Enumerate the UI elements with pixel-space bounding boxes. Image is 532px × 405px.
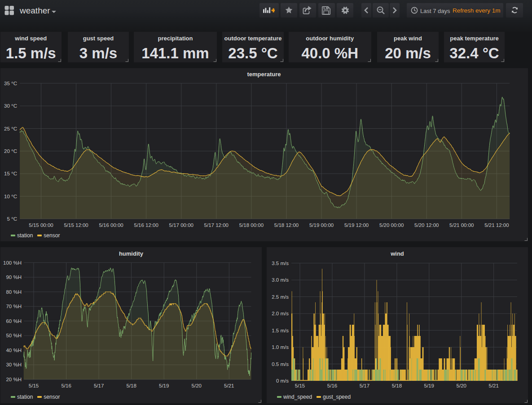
svg-text:5/19: 5/19 — [424, 383, 434, 388]
svg-text:20 °C: 20 °C — [4, 148, 17, 154]
svg-text:1.5 m/s: 1.5 m/s — [272, 328, 289, 333]
svg-text:25 °C: 25 °C — [4, 126, 17, 131]
svg-text:5/18 00:00: 5/18 00:00 — [239, 222, 264, 228]
svg-text:5/21: 5/21 — [489, 383, 499, 388]
svg-text:0 m/s: 0 m/s — [276, 378, 289, 383]
svg-text:5/17: 5/17 — [360, 383, 369, 388]
svg-text:5/16: 5/16 — [61, 383, 71, 388]
svg-text:0.5 m/s: 0.5 m/s — [272, 361, 289, 367]
svg-text:30 °C: 30 °C — [4, 103, 17, 109]
svg-text:80 %H: 80 %H — [6, 289, 22, 295]
svg-text:wind: wind — [390, 250, 404, 257]
svg-text:60 %H: 60 %H — [6, 318, 22, 324]
svg-text:5/16 12:00: 5/16 12:00 — [134, 222, 158, 228]
svg-text:40 %H: 40 %H — [6, 348, 22, 353]
svg-text:100 %H: 100 %H — [3, 260, 22, 266]
svg-text:5/20 12:00: 5/20 12:00 — [414, 222, 439, 228]
svg-text:5/20 00:00: 5/20 00:00 — [379, 222, 404, 228]
svg-text:5/17: 5/17 — [94, 383, 104, 388]
svg-text:2.5 m/s: 2.5 m/s — [272, 294, 289, 300]
svg-text:15 °C: 15 °C — [4, 171, 17, 176]
svg-text:5/16: 5/16 — [327, 383, 337, 388]
svg-text:5/18 12:00: 5/18 12:00 — [274, 222, 299, 228]
svg-text:5/21 12:00: 5/21 12:00 — [484, 222, 509, 228]
svg-text:5/19: 5/19 — [159, 383, 169, 388]
svg-text:5/19 00:00: 5/19 00:00 — [309, 222, 334, 228]
svg-text:35 °C: 35 °C — [4, 81, 17, 86]
svg-text:5/15 12:00: 5/15 12:00 — [64, 222, 88, 228]
svg-text:5/15: 5/15 — [295, 383, 305, 388]
svg-text:70 %H: 70 %H — [6, 304, 22, 309]
svg-text:temperature: temperature — [247, 71, 281, 78]
svg-text:1.0 m/s: 1.0 m/s — [272, 344, 289, 350]
svg-text:5/18: 5/18 — [392, 383, 402, 388]
svg-text:2.0 m/s: 2.0 m/s — [272, 311, 289, 316]
svg-text:50 %H: 50 %H — [6, 333, 22, 338]
svg-text:5 °C: 5 °C — [7, 216, 18, 222]
svg-text:5/21: 5/21 — [224, 383, 234, 388]
svg-text:3.5 m/s: 3.5 m/s — [272, 261, 289, 266]
svg-text:3.0 m/s: 3.0 m/s — [272, 277, 289, 283]
svg-text:5/19 12:00: 5/19 12:00 — [344, 222, 369, 228]
svg-text:5/17 12:00: 5/17 12:00 — [204, 222, 229, 228]
svg-text:90 %H: 90 %H — [6, 274, 22, 280]
svg-text:humidity: humidity — [119, 250, 144, 257]
svg-text:20 %H: 20 %H — [6, 377, 22, 382]
svg-text:5/21 00:00: 5/21 00:00 — [449, 222, 474, 228]
svg-text:5/20: 5/20 — [457, 383, 466, 388]
svg-text:5/15 00:00: 5/15 00:00 — [29, 222, 53, 228]
svg-text:5/15: 5/15 — [29, 383, 39, 388]
svg-text:5/18: 5/18 — [126, 383, 136, 388]
svg-text:30 %H: 30 %H — [6, 362, 22, 367]
svg-text:5/16 00:00: 5/16 00:00 — [99, 222, 123, 228]
svg-text:5/17 00:00: 5/17 00:00 — [169, 222, 193, 228]
svg-text:10 °C: 10 °C — [4, 194, 17, 199]
svg-text:5/20: 5/20 — [192, 383, 202, 388]
